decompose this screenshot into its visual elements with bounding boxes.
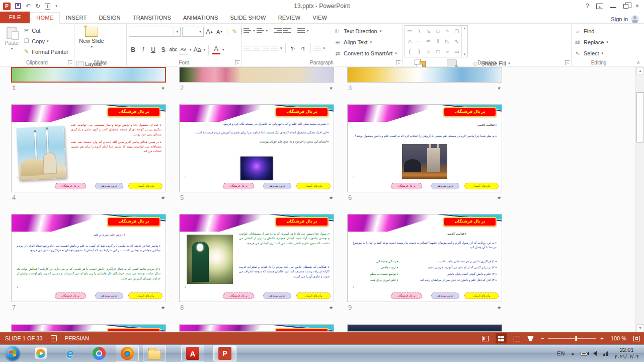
change-case-button[interactable]: Aa bbox=[193, 45, 202, 54]
justify-icon[interactable] bbox=[271, 45, 278, 51]
collapse-ribbon-icon[interactable]: ∧ bbox=[636, 60, 640, 65]
shape-icon[interactable]: ☆ bbox=[426, 49, 431, 54]
nav-button-lesson-13[interactable]: درس سیزدهم bbox=[431, 293, 459, 299]
slide-thumbnail-7[interactable]: بر بال فرشتگان ارزش علم آموزی و علم پیام… bbox=[11, 214, 166, 311]
start-button[interactable] bbox=[5, 346, 20, 361]
shape-icon[interactable]: ○ bbox=[446, 28, 449, 34]
shape-icon[interactable]: ▭ bbox=[454, 49, 459, 54]
line-spacing-caret-icon[interactable]: ▾ bbox=[307, 29, 309, 33]
taskbar-clock[interactable]: 22:01 ۲۰۲۱/۰۶/۰۴ bbox=[614, 347, 639, 360]
font-size-combobox[interactable]: ▾ bbox=[182, 27, 204, 37]
nav-button-lesson-title[interactable]: بر بال فرشتگان bbox=[223, 183, 254, 189]
font-color-caret-icon[interactable]: ▾ bbox=[222, 48, 224, 52]
taskbar-explorer[interactable] bbox=[143, 345, 166, 361]
battery-icon[interactable] bbox=[581, 352, 587, 355]
nav-button-lesson-13[interactable]: درس سیزدهم bbox=[263, 183, 291, 189]
zoom-level[interactable]: 100 % bbox=[611, 335, 626, 341]
tab-view[interactable]: VIEW bbox=[306, 13, 333, 23]
slide-thumbnail-2[interactable]: 2 ★ bbox=[179, 67, 334, 92]
font-name-combobox[interactable]: ▾ bbox=[129, 27, 181, 37]
drawing-dialog-launcher-icon[interactable]: ↘ bbox=[565, 60, 570, 65]
shape-icon[interactable]: ▢ bbox=[454, 28, 459, 34]
save-icon[interactable] bbox=[15, 3, 21, 9]
text-direction-button[interactable]: ‖↑ Text Direction ▾ bbox=[334, 26, 397, 36]
case-caret-icon[interactable]: ▾ bbox=[204, 48, 206, 52]
tab-slide-show[interactable]: SLIDE SHOW bbox=[224, 13, 272, 23]
minimize-button[interactable] bbox=[610, 4, 616, 8]
cut-button[interactable]: ✂ Cut bbox=[23, 25, 68, 36]
numbering-button[interactable] bbox=[257, 28, 264, 34]
ltr-direction-icon[interactable]: ¶› bbox=[289, 43, 297, 53]
increase-indent-icon[interactable] bbox=[283, 28, 291, 34]
nav-button-lesson-13[interactable]: درس سیزدهم bbox=[431, 183, 459, 189]
replace-button[interactable]: ab Replace ▾ bbox=[574, 37, 624, 47]
nav-button-lesson-13[interactable]: درس سیزدهم bbox=[95, 183, 123, 189]
character-spacing-button[interactable]: AV bbox=[179, 45, 188, 54]
shape-icon[interactable]: ⇩ bbox=[436, 38, 440, 44]
select-button[interactable]: ↖ Select ▾ bbox=[574, 48, 624, 58]
slide-thumbnail-12[interactable] bbox=[347, 324, 502, 332]
nav-button-lesson-title[interactable]: بر بال فرشتگان bbox=[55, 183, 86, 189]
shapes-scroll-up-icon[interactable]: ▲ bbox=[463, 27, 466, 30]
shapes-gallery[interactable]: ▭ ∖ ↘ □ ○ ▢ △ ⌐ ⇨ ⇩ ◺ ∿ ( ) ☆ □ ○ ▭ ▲ bbox=[405, 25, 468, 57]
font-size-caret-icon[interactable]: ▾ bbox=[197, 27, 203, 36]
scroll-down-icon[interactable]: ▼ bbox=[636, 324, 644, 332]
bold-button[interactable]: B bbox=[129, 45, 137, 54]
slide-sorter-view-icon[interactable] bbox=[496, 333, 507, 343]
normal-view-icon[interactable] bbox=[482, 336, 489, 341]
tab-review[interactable]: REVIEW bbox=[272, 13, 307, 23]
spacing-caret-icon[interactable]: ▾ bbox=[190, 48, 192, 52]
convert-smartart-button[interactable]: ⇄ Convert to SmartArt ▾ bbox=[334, 48, 397, 58]
line-spacing-icon[interactable] bbox=[297, 28, 305, 34]
bullets-button[interactable] bbox=[244, 28, 251, 34]
powerpoint-app-icon[interactable]: P bbox=[3, 3, 11, 10]
slide-thumbnail-10[interactable] bbox=[11, 324, 166, 332]
tab-animations[interactable]: ANIMATIONS bbox=[177, 13, 224, 23]
nav-button-book-title[interactable]: پیام های آسمان bbox=[128, 293, 163, 299]
shape-icon[interactable]: ⌐ bbox=[418, 38, 421, 44]
tab-transitions[interactable]: TRANSITIONS bbox=[127, 13, 177, 23]
format-painter-button[interactable]: ✎ Format Painter bbox=[23, 46, 68, 57]
nav-button-lesson-title[interactable]: بر بال فرشتگان bbox=[391, 183, 422, 189]
zoom-slider[interactable] bbox=[548, 338, 596, 339]
paragraph-dialog-launcher-icon[interactable]: ↘ bbox=[396, 60, 400, 65]
increase-font-size-button[interactable]: A▲ bbox=[205, 27, 214, 37]
nav-button-lesson-title[interactable]: بر بال فرشتگان bbox=[55, 293, 86, 299]
shape-icon[interactable]: ▭ bbox=[408, 28, 412, 34]
zoom-out-icon[interactable]: − bbox=[541, 335, 544, 341]
align-left-icon[interactable] bbox=[244, 45, 251, 51]
underline-button[interactable]: U bbox=[149, 45, 157, 54]
close-button[interactable]: × bbox=[635, 3, 639, 10]
shapes-scroll-down-icon[interactable]: ▼ bbox=[463, 53, 466, 56]
shape-icon[interactable]: □ bbox=[436, 28, 439, 34]
decrease-indent-icon[interactable] bbox=[274, 28, 282, 34]
undo-icon[interactable]: ↶ bbox=[26, 3, 31, 10]
slide-thumbnail-9[interactable]: بر بال فرشتگان فعالیت کلاسی به این روایا… bbox=[347, 214, 502, 311]
numbering-caret-icon[interactable]: ▾ bbox=[266, 29, 268, 33]
nav-button-lesson-title[interactable]: بر بال فرشتگان bbox=[223, 293, 254, 299]
zoom-slider-thumb[interactable] bbox=[575, 336, 577, 341]
rtl-direction-icon[interactable]: ‹¶ bbox=[299, 43, 307, 53]
align-center-icon[interactable] bbox=[253, 45, 260, 51]
slide-show-icon[interactable] bbox=[527, 336, 534, 341]
nav-button-book-title[interactable]: پیام های آسمان bbox=[464, 183, 499, 189]
redo-icon[interactable]: ↻ bbox=[35, 3, 40, 10]
taskbar-powerpoint[interactable]: P bbox=[213, 345, 236, 361]
decrease-font-size-button[interactable]: A▼ bbox=[215, 27, 224, 37]
fit-to-window-icon[interactable] bbox=[633, 336, 640, 341]
reading-view-icon[interactable] bbox=[514, 336, 520, 341]
customize-qat-icon[interactable]: ▾ bbox=[55, 4, 57, 8]
restore-button[interactable] bbox=[623, 4, 628, 9]
slide-thumbnail-11[interactable] bbox=[179, 324, 334, 332]
copy-button[interactable]: ❐ Copy ▾ bbox=[23, 36, 68, 46]
font-name-caret-icon[interactable]: ▾ bbox=[174, 27, 180, 36]
align-right-icon[interactable] bbox=[262, 45, 269, 51]
taskbar-internet-explorer[interactable]: e bbox=[62, 346, 77, 361]
shape-icon[interactable]: ↘ bbox=[426, 28, 430, 34]
language-indicator[interactable]: PERSIAN bbox=[65, 335, 89, 341]
sign-in[interactable]: Sign in bbox=[611, 15, 644, 23]
nav-button-book-title[interactable]: پیام های آسمان bbox=[296, 183, 331, 189]
shape-icon[interactable]: ⇨ bbox=[426, 38, 430, 44]
slide-thumbnail-4[interactable]: بر بال فرشتگان عده ای مشغول دعا و نیایش … bbox=[11, 104, 166, 201]
shape-icon[interactable]: ○ bbox=[446, 49, 449, 54]
